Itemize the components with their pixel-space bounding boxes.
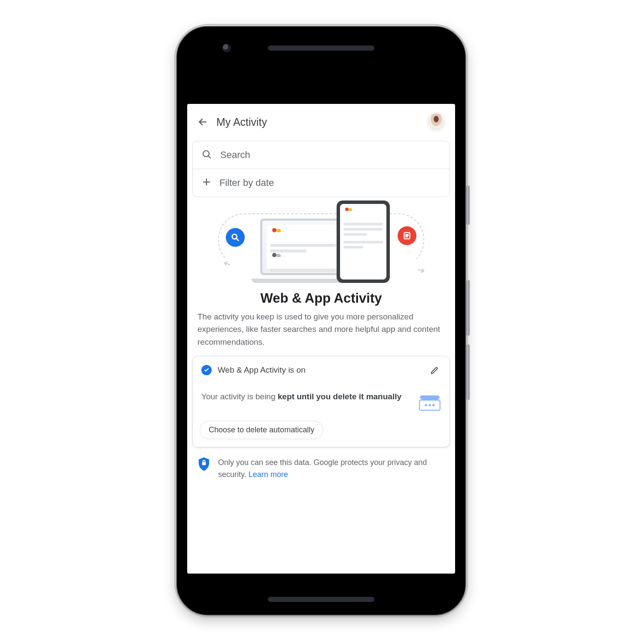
- search-row[interactable]: [193, 141, 450, 169]
- auto-delete-button[interactable]: Choose to delete automatically: [200, 421, 323, 439]
- phone-side-button: [466, 344, 470, 400]
- learn-more-link[interactable]: Learn more: [249, 470, 288, 479]
- shield-lock-icon: [197, 457, 210, 473]
- plus-icon: [201, 177, 212, 189]
- earpiece: [268, 46, 374, 51]
- status-card: Web & App Activity is on Your activity i…: [192, 356, 450, 447]
- check-icon: [201, 365, 212, 375]
- edit-button[interactable]: [429, 364, 441, 376]
- status-text: Web & App Activity is on: [218, 365, 306, 375]
- back-button[interactable]: [197, 116, 209, 128]
- avatar[interactable]: [427, 112, 446, 131]
- laptop-illustration: [252, 219, 350, 283]
- screen: My Activity Filter by date: [187, 104, 455, 574]
- svg-point-0: [203, 151, 209, 157]
- section-description: The activity you keep is used to give yo…: [197, 310, 445, 348]
- privacy-note: Only you can see this data. Google prote…: [197, 457, 445, 481]
- article-chip-icon: [398, 226, 416, 245]
- calendar-icon: [419, 391, 441, 413]
- svg-point-4: [425, 404, 427, 406]
- search-icon: [201, 149, 212, 161]
- section-heading: Web & App Activity: [194, 291, 448, 306]
- phone-illustration: [337, 200, 390, 283]
- search-input[interactable]: [219, 149, 441, 161]
- retention-text: Your activity is being kept until you de…: [201, 391, 401, 403]
- page-title: My Activity: [216, 116, 267, 128]
- phone-side-button: [466, 280, 470, 336]
- status-row: Web & App Activity is on: [193, 356, 450, 384]
- retention-row: Your activity is being kept until you de…: [193, 384, 450, 416]
- phone-nav-pill: [268, 597, 374, 602]
- search-chip-icon: [226, 228, 245, 247]
- app-bar: My Activity: [187, 104, 455, 137]
- svg-point-6: [432, 404, 434, 406]
- svg-point-5: [428, 404, 431, 406]
- phone-frame: My Activity Filter by date: [176, 26, 466, 616]
- svg-rect-7: [202, 462, 206, 465]
- search-filter-card: Filter by date: [192, 141, 450, 197]
- front-camera: [222, 44, 231, 52]
- phone-side-button: [466, 185, 470, 225]
- filter-row[interactable]: Filter by date: [193, 169, 450, 197]
- filter-by-date-label: Filter by date: [219, 177, 274, 188]
- hero-illustration: ➜ ➜: [192, 209, 450, 286]
